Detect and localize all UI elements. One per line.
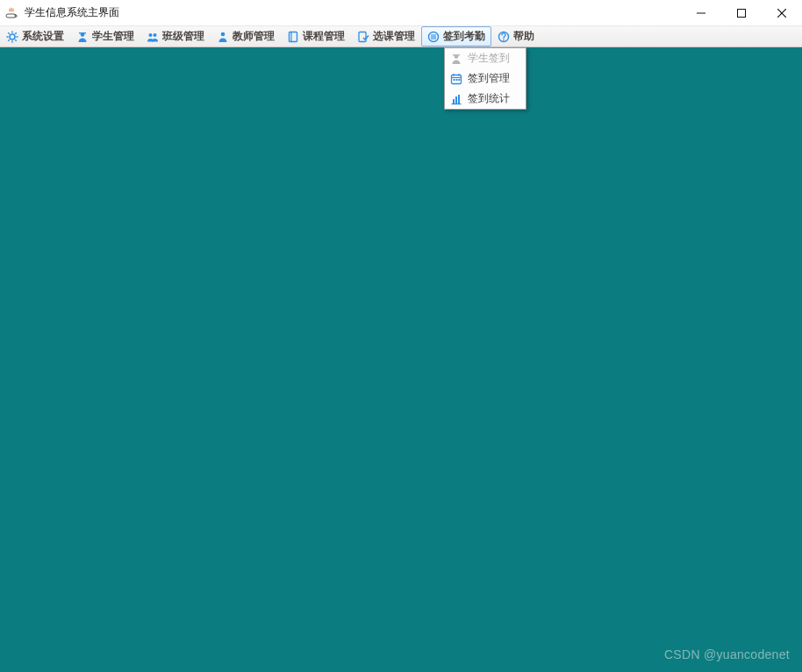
svg-rect-35 [458, 79, 460, 81]
svg-rect-28 [453, 54, 460, 55]
menu-course-management[interactable]: 课程管理 [281, 26, 351, 46]
svg-rect-39 [458, 95, 460, 104]
menu-label: 选课管理 [373, 29, 415, 44]
svg-rect-38 [455, 97, 457, 104]
menu-attendance[interactable]: 签到考勤 [421, 26, 491, 46]
close-button[interactable] [762, 0, 802, 26]
menu-bar: 系统设置 学生管理 班级管理 教师管理 课程管理 选课管理 签到 [0, 26, 802, 47]
svg-rect-37 [453, 99, 455, 104]
course-icon [287, 31, 299, 43]
svg-rect-1 [738, 10, 746, 18]
menu-select-course-management[interactable]: 选课管理 [351, 26, 421, 46]
title-bar: 学生信息系统主界面 [0, 0, 802, 26]
svg-point-26 [503, 39, 505, 40]
menu-teacher-management[interactable]: 教师管理 [211, 26, 281, 46]
menu-label: 教师管理 [233, 29, 275, 44]
window-controls [681, 0, 802, 26]
student-icon [76, 31, 89, 43]
svg-point-17 [221, 32, 226, 36]
student-icon [450, 53, 462, 65]
menu-label: 学生管理 [92, 29, 134, 44]
svg-rect-33 [454, 79, 455, 81]
svg-line-12 [8, 39, 9, 40]
svg-rect-34 [456, 79, 458, 81]
menu-class-management[interactable]: 班级管理 [140, 26, 211, 46]
svg-rect-18 [290, 32, 297, 41]
select-course-icon [357, 31, 369, 43]
svg-point-16 [154, 33, 157, 37]
svg-line-9 [8, 32, 9, 33]
class-icon [147, 31, 159, 43]
java-coffee-icon [5, 6, 19, 20]
attendance-dropdown: 学生签到 签到管理 签到统计 [444, 47, 526, 110]
help-icon [498, 31, 510, 43]
menu-label: 系统设置 [22, 29, 64, 44]
menu-student-management[interactable]: 学生管理 [70, 26, 140, 46]
dropdown-item-label: 学生签到 [468, 51, 510, 66]
menu-label: 课程管理 [303, 29, 345, 44]
maximize-button[interactable] [721, 0, 762, 26]
minimize-button[interactable] [681, 0, 721, 26]
title-left: 学生信息系统主界面 [0, 5, 119, 20]
watermark-text: CSDN @yuancodenet [664, 647, 790, 661]
menu-label: 帮助 [513, 29, 534, 44]
svg-point-4 [10, 34, 15, 39]
window-title: 学生信息系统主界面 [25, 5, 119, 20]
dropdown-signin-management[interactable]: 签到管理 [445, 68, 526, 89]
attendance-icon [427, 31, 440, 43]
svg-line-11 [15, 32, 16, 33]
menu-label: 签到考勤 [443, 29, 485, 44]
mdi-content-area [0, 47, 802, 672]
calendar-icon [450, 73, 462, 85]
svg-line-10 [15, 39, 16, 40]
dropdown-signin-statistics[interactable]: 签到统计 [445, 89, 526, 109]
gear-icon [6, 31, 18, 43]
barchart-icon [450, 93, 462, 105]
dropdown-item-label: 签到统计 [468, 91, 510, 106]
teacher-icon [217, 31, 229, 43]
dropdown-item-label: 签到管理 [468, 71, 510, 86]
menu-help[interactable]: 帮助 [491, 26, 541, 46]
svg-rect-14 [79, 32, 86, 33]
menu-label: 班级管理 [162, 29, 204, 44]
dropdown-student-signin: 学生签到 [445, 48, 526, 68]
svg-point-15 [149, 33, 153, 37]
menu-system-settings[interactable]: 系统设置 [0, 26, 70, 46]
